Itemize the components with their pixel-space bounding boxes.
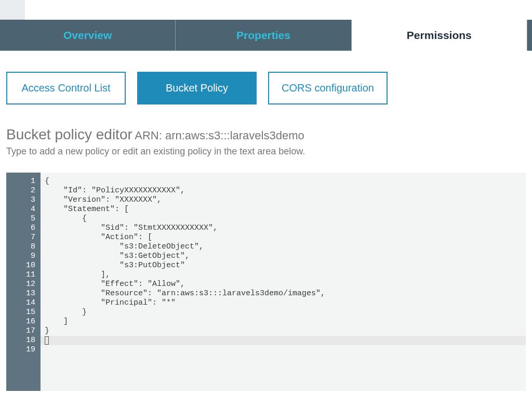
line-number: 7 (6, 233, 35, 242)
line-number: 4 (6, 205, 35, 214)
line-number: 12 (6, 280, 35, 289)
code-line: "Sid": "StmtXXXXXXXXXXX", (45, 224, 526, 233)
line-number: 8 (6, 242, 35, 252)
code-gutter: 12345678910111213141516171819 (6, 173, 41, 391)
line-number: 10 (6, 261, 35, 270)
line-number: 13 (6, 289, 35, 298)
code-line: "s3:PutObject" (45, 261, 526, 270)
sub-tab-acl[interactable]: Access Control List (6, 72, 126, 104)
code-textarea[interactable]: { "Id": "PolicyXXXXXXXXXXX", "Version": … (41, 173, 526, 391)
code-line (45, 336, 526, 345)
editor-arn-label: ARN: (135, 129, 165, 142)
line-number: 9 (6, 252, 35, 261)
line-number: 1 (6, 177, 35, 186)
line-number: 5 (6, 214, 35, 224)
line-number: 14 (6, 298, 35, 308)
tab-edge (527, 20, 532, 50)
line-number: 6 (6, 224, 35, 233)
top-spacer (0, 0, 532, 20)
editor-header: Bucket policy editor ARN: arn:aws:s3:::l… (6, 126, 526, 157)
code-line: { (45, 177, 526, 186)
line-number: 17 (6, 326, 35, 336)
sub-tab-bucket-policy[interactable]: Bucket Policy (137, 72, 257, 104)
code-line: "Principal": "*" (45, 298, 526, 308)
code-line: } (45, 326, 526, 336)
sub-tab-cors[interactable]: CORS configuration (268, 72, 388, 104)
code-line: "Id": "PolicyXXXXXXXXXXX", (45, 186, 526, 195)
code-line: ], (45, 270, 526, 280)
code-line: "Statement": [ (45, 205, 526, 214)
line-number: 11 (6, 270, 35, 280)
code-editor[interactable]: 12345678910111213141516171819 { "Id": "P… (6, 173, 526, 391)
tab-overview[interactable]: Overview (0, 20, 176, 50)
line-number: 15 (6, 308, 35, 317)
code-line: "Action": [ (45, 233, 526, 242)
top-spacer-edge (0, 0, 25, 20)
line-number: 16 (6, 317, 35, 326)
code-line: "s3:DeleteObject", (45, 242, 526, 252)
line-number: 18 (6, 336, 35, 345)
line-number: 2 (6, 186, 35, 195)
line-number: 3 (6, 195, 35, 205)
code-line: "Version": "XXXXXXX", (45, 195, 526, 205)
editor-hint: Type to add a new policy or edit an exis… (6, 146, 526, 157)
text-cursor (45, 336, 49, 345)
tab-properties[interactable]: Properties (176, 20, 351, 50)
code-line: { (45, 214, 526, 224)
editor-arn-value: arn:aws:s3:::laravels3demo (165, 129, 304, 142)
code-line: } (45, 308, 526, 317)
code-line: ] (45, 317, 526, 326)
tab-permissions[interactable]: Permissions (352, 20, 527, 51)
main-tabs: Overview Properties Permissions (0, 20, 532, 51)
code-line: "s3:GetObject", (45, 252, 526, 261)
line-number: 19 (6, 345, 35, 355)
code-line (45, 345, 526, 355)
code-line: "Effect": "Allow", (45, 280, 526, 289)
permission-sub-tabs: Access Control List Bucket Policy CORS c… (6, 72, 526, 104)
code-line: "Resource": "arn:aws:s3:::laravels3demo/… (45, 289, 526, 298)
editor-title: Bucket policy editor (6, 126, 132, 142)
